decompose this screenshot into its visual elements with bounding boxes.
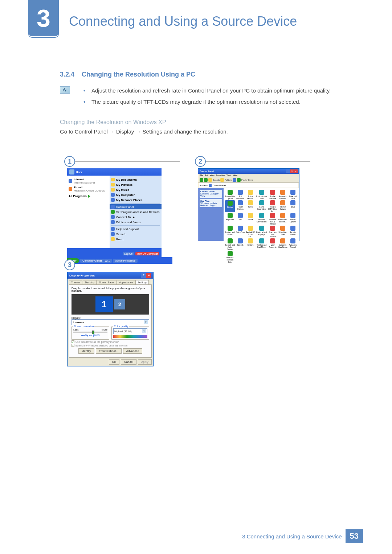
cancel-button: Cancel [121, 359, 136, 365]
icon-label: Accessibility Options [225, 195, 235, 200]
icon-label: Date and Time [288, 195, 298, 200]
control-panel-icon-item: Add Hardware [236, 190, 245, 200]
app-icon [228, 213, 233, 218]
app-icon [290, 190, 295, 195]
note-text-1: Adjust the resolution and refresh rate i… [91, 86, 331, 95]
chevron-down-icon: ▾ [144, 320, 148, 324]
control-panel-icon-item: Network Connections [256, 213, 267, 225]
control-panel-icon-item: Wireless Network Set... [225, 251, 235, 263]
arrow-right-icon [88, 195, 90, 198]
app-icon [270, 190, 275, 195]
app-icon [228, 238, 233, 243]
icon-label: Adobe Gamma [268, 195, 277, 200]
troubleshoot-button: Troubleshoot... [96, 348, 122, 354]
app-icon [290, 226, 295, 231]
folder-icon [111, 188, 115, 192]
computer-icon [111, 193, 115, 197]
tab-screensaver: Screen Saver [97, 280, 117, 284]
icon-label: Mouse [248, 218, 253, 221]
internet-icon [69, 179, 72, 183]
chapter-title: Connecting and Using a Source Device [69, 14, 297, 29]
access-icon [111, 210, 115, 214]
resolution-legend: Screen resolution [73, 325, 94, 328]
taskbar-item: Adobe Photoshop [113, 259, 138, 263]
printer-icon [111, 220, 115, 224]
connect-icon [111, 215, 115, 219]
app-icon [248, 200, 253, 205]
dialog-tabs: Themes Desktop Screen Saver Appearance S… [68, 279, 153, 284]
control-panel-icon-item: Administrative Tools [256, 190, 267, 200]
app-icon [270, 213, 275, 218]
chevron-down-icon: ▾ [142, 329, 146, 333]
chapter-number-badge: 3 [29, 0, 58, 36]
log-off-button: Log Off [123, 252, 134, 255]
icon-label: Game Controllers [256, 206, 267, 210]
icon-label: Taskbar and Start Men... [256, 244, 267, 248]
control-panel-icon-item: Add or Remov... [246, 190, 255, 200]
connect-to: Connect To [116, 216, 131, 219]
section-title: Changing the Resolution Using a PC [82, 71, 195, 78]
search-item: Search [116, 233, 125, 236]
icon-label: Sounds and Audio Devices [225, 244, 235, 250]
checkbox-icon [72, 344, 74, 347]
app-icon [270, 238, 275, 243]
figure-number-3: 3 [64, 259, 75, 270]
icon-label: Fonts [248, 206, 253, 208]
app-icon [270, 200, 275, 205]
app-icon [238, 190, 243, 195]
my-music: My Music [116, 188, 129, 192]
control-panel-icon-item: Printers and Faxes [225, 226, 235, 238]
icon-label: Windows CardSpace [278, 244, 287, 248]
my-network: My Network Places [116, 198, 142, 202]
bullet-dot: • [83, 98, 88, 106]
figure-number-2: 2 [195, 156, 206, 167]
identify-button: Identify [78, 348, 94, 354]
app-icon [238, 238, 243, 243]
note-text-2: The picture quality of TFT-LCDs may degr… [91, 98, 301, 106]
icon-label: System [248, 244, 254, 246]
control-panel-icon-item: Intel(R) GMA Driver for... [268, 200, 277, 212]
color-legend: Color quality [113, 325, 129, 328]
footer-chapter-title: 3 Connecting and Using a Source Device [242, 533, 342, 539]
page-footer: 3 Connecting and Using a Source Device 5… [242, 529, 363, 543]
control-panel-icon-item: Scheduled Tasks [278, 226, 287, 238]
icon-label: Realtek HD Sound Eff... [246, 231, 255, 238]
all-programs-label: All Programs [69, 194, 87, 198]
app-icon [248, 213, 253, 218]
app-icon [238, 213, 243, 218]
address-value: Control Panel [213, 184, 226, 186]
tab-settings: Settings [135, 280, 149, 284]
display-dropdown: 1. ••••••••••▾ [72, 319, 149, 325]
folders-icon [220, 178, 224, 182]
monitor-arrangement: 1 2 [72, 294, 149, 315]
icon-label: Java [291, 206, 295, 208]
icon-label: Display [227, 206, 233, 208]
app-icon [228, 226, 233, 231]
app-icon [259, 238, 264, 243]
icon-label: Network Setup Wizard [268, 218, 277, 225]
email-icon [69, 187, 72, 191]
app-icon [228, 190, 233, 195]
app-icon [280, 238, 285, 243]
app-icon [259, 190, 264, 195]
control-panel-icon [209, 184, 212, 187]
app-icon [248, 226, 253, 231]
control-panel-item: Control Panel [116, 205, 134, 209]
icon-label: Scanners and Cameras [268, 231, 277, 238]
tab-desktop: Desktop [83, 280, 97, 284]
screen-resolution-group: Screen resolution LessMore •••• by •••• … [72, 327, 109, 340]
control-panel-icon-item: Windows CardSpace [278, 238, 287, 250]
control-panel-icon-item: Security Center [288, 226, 298, 238]
icon-label: Mail [239, 218, 242, 221]
icon-label: Scheduled Tasks [278, 231, 287, 235]
sidebar: Control PanelSwitch to Category View See… [198, 188, 224, 241]
control-panel-icon-item: Phone and Modem... [278, 213, 287, 225]
control-panel-icon-item: Folder Options [236, 200, 245, 212]
control-panel-icon-item: System [246, 238, 255, 250]
app-icon [238, 226, 243, 231]
control-panel-icon-item: Mouse [246, 213, 255, 225]
control-panel-icon-item: Mail [236, 213, 245, 225]
icon-label: Windows Firewall [288, 244, 298, 248]
help-support: Help and Support [116, 227, 139, 231]
window-title: Control Panel [200, 170, 214, 172]
